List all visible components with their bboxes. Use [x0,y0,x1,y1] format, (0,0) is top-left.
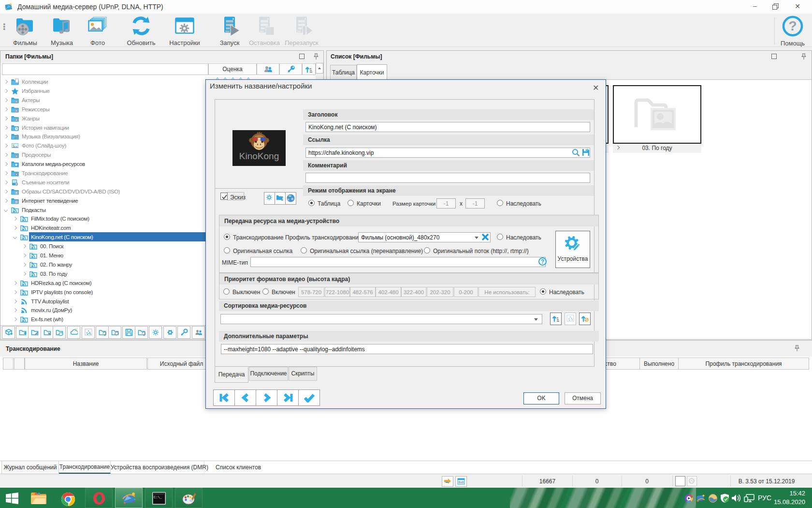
svg-text:?: ? [788,18,797,33]
svg-text:C:\_: C:\_ [154,495,162,499]
